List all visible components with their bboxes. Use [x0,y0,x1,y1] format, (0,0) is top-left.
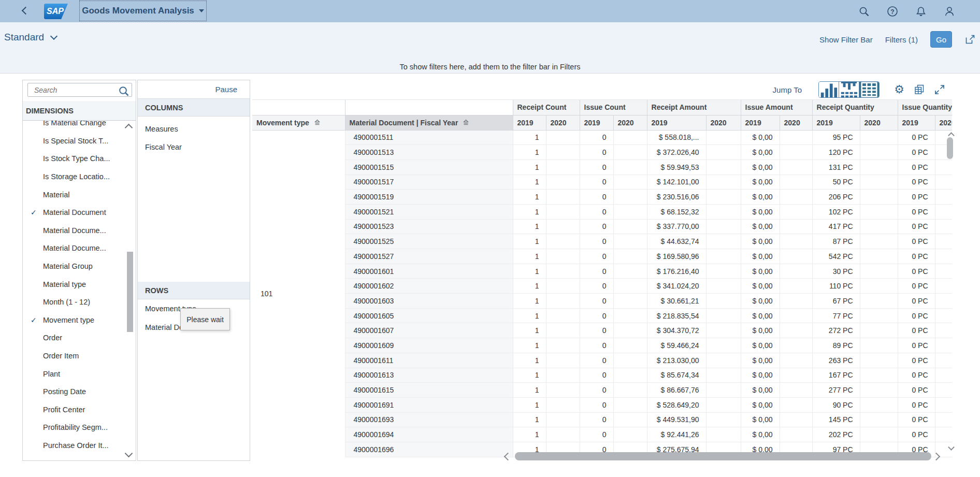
value-cell-2019[interactable]: $ 0,00 [741,145,780,160]
value-cell-2020[interactable] [780,427,812,442]
value-cell-2019[interactable]: 110 PC [812,279,860,294]
value-cell-2019[interactable]: 0 PC [898,190,935,205]
value-cell-2020[interactable] [706,353,741,368]
value-cell-2020[interactable] [860,264,898,279]
value-cell-2019[interactable]: 0 PC [898,160,935,175]
dimension-item[interactable]: Month (1 - 12) [23,293,136,311]
value-cell-2019[interactable]: 50 PC [812,175,860,190]
value-cell-2020[interactable] [546,204,580,219]
value-cell-2019[interactable]: 0 [580,294,613,309]
material-document-cell[interactable]: 4900001602 [345,279,513,294]
value-cell-2019[interactable]: $ 449.531,90 [647,412,706,427]
value-cell-2019[interactable]: 95 PC [812,130,860,145]
value-cell-2019[interactable]: 67 PC [812,294,860,309]
value-cell-2019[interactable]: 263 PC [812,353,860,368]
value-cell-2019[interactable]: 206 PC [812,190,860,205]
value-cell-2020[interactable] [613,338,647,353]
value-cell-2020[interactable] [546,190,580,205]
material-document-cell[interactable]: 4900001525 [345,234,513,249]
value-cell-2020[interactable] [546,353,580,368]
value-cell-2020[interactable] [860,368,898,383]
value-cell-2020[interactable] [706,368,741,383]
value-cell-2020[interactable] [706,264,741,279]
value-cell-2020[interactable] [706,323,741,338]
value-cell-2020[interactable] [613,219,647,234]
value-cell-2020[interactable] [546,397,580,412]
dimension-item[interactable]: Profit Center [23,401,136,419]
value-cell-2019[interactable]: 0 [580,204,613,219]
material-document-cell[interactable]: 4900001691 [345,397,513,412]
value-cell-2020[interactable] [546,323,580,338]
value-cell-2019[interactable]: $ 0,00 [741,427,780,442]
value-cell-2019[interactable]: 0 PC [898,412,935,427]
dimension-item[interactable]: Order Item [23,347,136,365]
value-cell-2020[interactable] [780,249,812,264]
year-column-header[interactable]: 2019 [898,115,935,130]
value-cell-2020[interactable] [935,294,952,309]
value-cell-2019[interactable]: $ 68.152,32 [647,204,706,219]
value-cell-2020[interactable] [935,175,952,190]
value-cell-2019[interactable]: 0 [580,323,613,338]
view-chart-table-button[interactable] [839,82,859,97]
value-cell-2019[interactable]: 0 PC [898,338,935,353]
material-document-cell[interactable]: 4900001693 [345,412,513,427]
table-scroll-right-icon[interactable] [932,452,941,460]
value-cell-2019[interactable]: 1 [513,204,546,219]
material-document-cell[interactable]: 4900001694 [345,427,513,442]
material-document-cell[interactable]: 4900001527 [345,249,513,264]
value-cell-2019[interactable]: $ 0,00 [741,338,780,353]
value-cell-2019[interactable]: $ 176.216,40 [647,264,706,279]
material-document-cell[interactable]: 4900001601 [345,264,513,279]
value-cell-2020[interactable] [546,427,580,442]
dimension-item[interactable]: Order [23,329,136,347]
value-cell-2020[interactable] [860,219,898,234]
material-document-cell[interactable]: 4900001607 [345,323,513,338]
value-cell-2020[interactable] [780,397,812,412]
value-cell-2019[interactable]: $ 0,00 [741,204,780,219]
value-cell-2020[interactable] [546,338,580,353]
value-cell-2020[interactable] [860,204,898,219]
value-cell-2020[interactable] [780,294,812,309]
value-cell-2020[interactable] [860,130,898,145]
value-cell-2019[interactable]: $ 0,00 [741,264,780,279]
value-cell-2019[interactable]: $ 142.101,00 [647,175,706,190]
value-cell-2020[interactable] [780,264,812,279]
dimension-search-input[interactable] [28,86,118,94]
year-column-header[interactable]: 2020 [546,115,580,130]
value-cell-2020[interactable] [613,204,647,219]
value-cell-2020[interactable] [935,338,952,353]
value-cell-2019[interactable]: 0 PC [898,368,935,383]
value-cell-2020[interactable] [935,190,952,205]
value-cell-2020[interactable] [860,190,898,205]
value-cell-2020[interactable] [780,190,812,205]
value-cell-2019[interactable]: 0 [580,234,613,249]
value-cell-2020[interactable] [935,412,952,427]
value-cell-2020[interactable] [860,234,898,249]
value-cell-2019[interactable]: 1 [513,175,546,190]
value-cell-2020[interactable] [706,383,741,398]
value-cell-2019[interactable]: $ 0,00 [741,175,780,190]
value-cell-2020[interactable] [706,308,741,323]
value-cell-2019[interactable]: 0 [580,190,613,205]
value-cell-2020[interactable] [613,234,647,249]
material-document-cell[interactable]: 4900001611 [345,353,513,368]
dimension-item[interactable]: Is Stock Type Cha... [23,150,136,168]
value-cell-2019[interactable]: $ 92.441,26 [647,427,706,442]
value-cell-2020[interactable] [546,368,580,383]
value-cell-2019[interactable]: 1 [513,190,546,205]
value-cell-2020[interactable] [706,412,741,427]
material-document-cell[interactable]: 4900001615 [345,383,513,398]
view-chart-button[interactable] [819,82,839,97]
value-cell-2019[interactable]: 0 PC [898,264,935,279]
value-cell-2019[interactable]: $ 59.466,24 [647,338,706,353]
measure-group-header[interactable]: Receipt Amount [647,100,741,115]
value-cell-2020[interactable] [780,279,812,294]
value-cell-2019[interactable]: 1 [513,308,546,323]
dimensions-scrollbar-thumb[interactable] [127,252,133,332]
value-cell-2020[interactable] [935,249,952,264]
value-cell-2019[interactable]: $ 341.024,20 [647,279,706,294]
value-cell-2020[interactable] [780,338,812,353]
table-scroll-down-icon[interactable] [949,442,954,452]
measure-group-header[interactable]: Issue Count [580,100,647,115]
value-cell-2020[interactable] [780,234,812,249]
